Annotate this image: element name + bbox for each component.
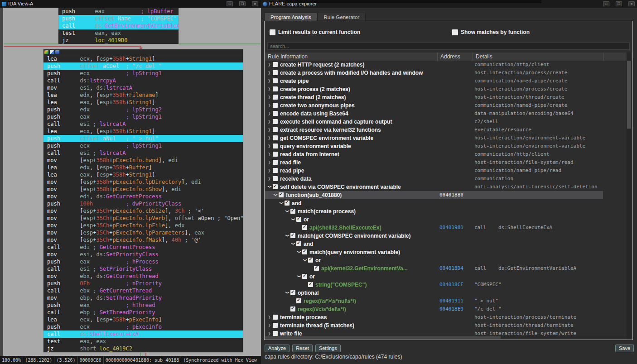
rule-row[interactable]: api(shell32.ShellExecuteEx)00401981call …: [265, 224, 627, 232]
rule-row[interactable]: ❯encode data using Base64data-manipulati…: [265, 110, 627, 118]
asm-line[interactable]: lea edx, [esp+358h+Buffer]: [43, 164, 243, 171]
expand-arrow-icon[interactable]: ❯: [268, 118, 272, 126]
rule-row[interactable]: ❯create a process with modified I/O hand…: [265, 69, 627, 77]
rule-row[interactable]: ❯create process (2 matches)host-interact…: [265, 85, 627, 93]
limit-results-checkbox[interactable]: [270, 29, 275, 35]
asm-line-highlighted[interactable]: push offset Name ; "COMSPEC": [58, 15, 179, 22]
rule-row[interactable]: ❯match(query environment variable): [265, 248, 627, 256]
asm-line[interactable]: push ecx ; lpString1: [43, 70, 243, 77]
disassembly-graph[interactable]: push eax ; lpBufferpush offset Name ; "C…: [0, 8, 261, 356]
asm-line[interactable]: jz short loc_4019C2: [43, 345, 243, 352]
rule-checkbox[interactable]: [273, 144, 278, 148]
asm-line[interactable]: lea ecx, [esp+358h+String1]: [43, 55, 243, 62]
asm-line[interactable]: test eax, eax: [43, 338, 243, 345]
show-matches-checkbox[interactable]: [452, 29, 458, 35]
maximize-button[interactable]: □: [603, 1, 609, 6]
rule-checkbox[interactable]: [296, 298, 301, 303]
save-button[interactable]: Save: [615, 345, 634, 352]
node-info-icon[interactable]: [55, 50, 59, 54]
asm-line[interactable]: mov edi, ds:GetCurrentProcess: [43, 193, 243, 200]
tab-rule-generator[interactable]: Rule Generator: [317, 13, 366, 21]
rule-checkbox[interactable]: [273, 135, 278, 140]
asm-line[interactable]: push 100h ; dwPriorityClass: [43, 200, 243, 207]
reset-button[interactable]: Reset: [292, 345, 313, 352]
rule-row[interactable]: ❯terminate processhost-interaction/proce…: [265, 313, 627, 321]
rule-row[interactable]: ❯extract resource via kernel32 functions…: [265, 126, 627, 134]
rule-checkbox[interactable]: [273, 323, 278, 328]
asm-line[interactable]: call ebx ; GetCurrentThread: [43, 287, 243, 294]
asm-line[interactable]: call esi ; lstrcatA: [43, 149, 243, 157]
expand-arrow-icon[interactable]: ❯: [268, 158, 272, 167]
rule-row[interactable]: ❯optional: [265, 289, 627, 297]
expand-arrow-icon[interactable]: ❯: [268, 313, 272, 321]
rule-checkbox[interactable]: [273, 103, 278, 108]
rule-row[interactable]: ❯execute shell command and capture outpu…: [265, 118, 627, 126]
rule-checkbox[interactable]: [273, 95, 278, 100]
rule-checkbox[interactable]: [296, 241, 301, 246]
scrollbar-thumb[interactable]: [627, 61, 631, 129]
rule-row[interactable]: ❯and: [265, 240, 627, 248]
rule-row[interactable]: ❯or: [265, 256, 627, 264]
expand-arrow-icon[interactable]: ❯: [268, 85, 272, 93]
rule-checkbox[interactable]: [290, 209, 295, 214]
close-button[interactable]: ✕: [252, 1, 258, 6]
restore-button[interactable]: ❐: [616, 1, 622, 6]
asm-line[interactable]: push eax ; lpBuffer: [58, 8, 179, 15]
rule-row[interactable]: ❯or: [265, 216, 627, 224]
asm-line[interactable]: mov esi, ds:SetPriorityClass: [43, 251, 243, 258]
horizontal-scrollbar[interactable]: [265, 336, 626, 339]
rule-row[interactable]: ❯read pipecommunication/named-pipe/read: [265, 167, 627, 175]
rule-row[interactable]: ❯create thread (2 matches)host-interacti…: [265, 93, 627, 101]
asm-line[interactable]: mov [esp+35Ch+pExecInfo.lpFile], edx: [43, 222, 243, 229]
asm-line[interactable]: call esi ; SetPriorityClass: [43, 265, 243, 273]
rule-checkbox[interactable]: [273, 160, 278, 165]
rule-checkbox[interactable]: [273, 127, 278, 132]
asm-line[interactable]: call edi ; GetCurrentProcess: [43, 244, 243, 251]
rule-row[interactable]: string("COMSPEC")004018CF"COMSPEC": [265, 281, 627, 289]
header-address[interactable]: Address: [437, 53, 473, 61]
rule-checkbox[interactable]: [290, 233, 295, 238]
rule-row[interactable]: api(kernel32.GetEnvironmentVa...004018D4…: [265, 264, 627, 273]
expand-arrow-icon[interactable]: ❯: [268, 134, 272, 142]
asm-line-highlighted[interactable]: call ds:GetEnvironmentVariableA: [58, 22, 179, 29]
rule-row[interactable]: ❯match(get COMSPEC environment variable): [265, 232, 627, 240]
close-button[interactable]: ✕: [628, 1, 635, 6]
rule-checkbox[interactable]: [296, 217, 301, 222]
tab-program-analysis[interactable]: Program Analysis: [264, 13, 317, 21]
maximize-button[interactable]: □: [227, 1, 233, 6]
basic-block-comspec[interactable]: push eax ; lpBufferpush offset Name ; "C…: [58, 8, 179, 44]
asm-line[interactable]: mov ebx, ds:GetCurrentThread: [43, 273, 243, 280]
expand-arrow-icon[interactable]: ❯: [268, 69, 272, 77]
expand-arrow-icon[interactable]: ❯: [268, 175, 272, 183]
expand-arrow-icon[interactable]: ❯: [268, 150, 272, 158]
rule-checkbox[interactable]: [273, 119, 278, 124]
asm-line[interactable]: test eax, eax: [58, 29, 179, 37]
rule-row[interactable]: ❯receive datacommunication: [265, 175, 627, 183]
rule-checkbox[interactable]: [273, 168, 278, 173]
rule-checkbox[interactable]: [290, 290, 295, 295]
asm-line[interactable]: lea eax, [esp+358h+String1]: [43, 171, 243, 178]
asm-line[interactable]: push eax ; hProcess: [43, 258, 243, 265]
ida-titlebar[interactable]: IDA View-A □❐✕: [0, 0, 261, 8]
asm-line[interactable]: jz loc_4019D0: [58, 37, 179, 44]
asm-line[interactable]: lea edx, [esp+358h+Filename]: [43, 91, 243, 99]
rule-checkbox[interactable]: [302, 249, 307, 254]
settings-button[interactable]: Settings: [315, 345, 341, 352]
expand-arrow-icon[interactable]: ❯: [268, 110, 272, 118]
asm-line[interactable]: push eax ; hThread: [43, 302, 243, 309]
asm-line[interactable]: mov [esp+358h+pExecInfo.hwnd], edi: [43, 157, 243, 164]
filter-limit-current-function[interactable]: Limit results to current function: [270, 29, 360, 35]
asm-line[interactable]: mov [esp+35Ch+pExecInfo.lpParameters], e…: [43, 229, 243, 236]
rule-checkbox[interactable]: [314, 266, 319, 271]
rule-checkbox[interactable]: [273, 62, 278, 67]
filter-show-matches[interactable]: Show matches by function: [452, 29, 530, 35]
rule-row[interactable]: ❯get COMSPEC environment variablehost-in…: [265, 134, 627, 142]
asm-line[interactable]: mov [esp+358h+pExecInfo.nShow], edi: [43, 186, 243, 193]
asm-line-highlighted[interactable]: call ds:ShellExecuteExA: [43, 330, 243, 338]
rule-checkbox[interactable]: [290, 307, 295, 311]
rule-row[interactable]: ❯create HTTP request (2 matches)communic…: [265, 61, 627, 69]
rule-checkbox[interactable]: [273, 184, 278, 189]
rule-row[interactable]: ❯read filehost-interaction/file-system/r…: [265, 158, 627, 167]
asm-line-highlighted[interactable]: push offset aNul ; " > nul": [43, 135, 243, 142]
asm-line[interactable]: push ecx ; pExecInfo: [43, 323, 243, 330]
